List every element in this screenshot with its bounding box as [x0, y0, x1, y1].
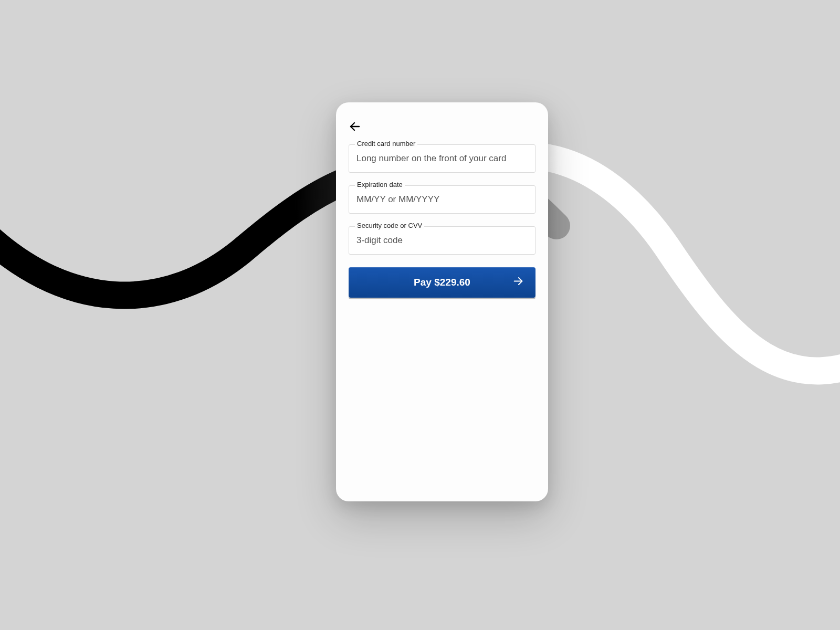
arrow-right-icon	[512, 276, 524, 290]
payment-card-panel: Credit card number Expiration date Secur…	[336, 102, 548, 501]
expiration-input[interactable]	[349, 185, 536, 214]
card-number-label: Credit card number	[355, 140, 417, 148]
pay-button[interactable]: Pay $229.60	[349, 267, 536, 298]
expiration-field: Expiration date	[349, 185, 536, 214]
pay-button-label: Pay $229.60	[349, 277, 536, 288]
back-button[interactable]	[349, 119, 363, 134]
expiration-label: Expiration date	[355, 181, 405, 188]
cvv-label: Security code or CVV	[355, 222, 424, 229]
cvv-input[interactable]	[349, 226, 536, 255]
arrow-left-icon	[349, 120, 361, 133]
card-number-field: Credit card number	[349, 144, 536, 173]
card-number-input[interactable]	[349, 144, 536, 173]
cvv-field: Security code or CVV	[349, 226, 536, 255]
